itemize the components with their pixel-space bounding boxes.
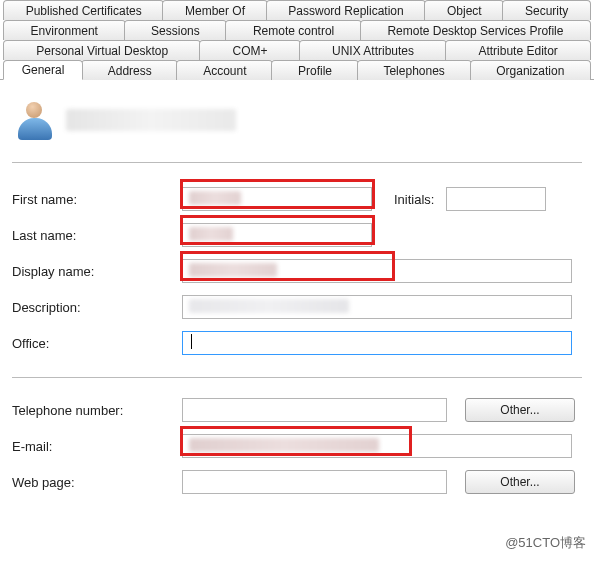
input-display-name[interactable] <box>182 259 572 283</box>
label-initials: Initials: <box>394 192 434 207</box>
tab-container: Published Certificates Member Of Passwor… <box>0 0 594 80</box>
row-webpage: Web page: Other... <box>12 464 582 500</box>
tab-password-replication[interactable]: Password Replication <box>266 0 427 20</box>
label-last-name: Last name: <box>12 228 182 243</box>
tab-telephones[interactable]: Telephones <box>357 60 472 80</box>
value-last-name-blurred <box>189 227 233 241</box>
tab-member-of[interactable]: Member Of <box>162 0 267 20</box>
label-office: Office: <box>12 336 182 351</box>
watermark: @51CTO博客 <box>505 534 586 552</box>
value-description-blurred <box>189 299 349 313</box>
label-webpage: Web page: <box>12 475 182 490</box>
tab-address[interactable]: Address <box>81 60 178 80</box>
row-display-name: Display name: <box>12 253 582 289</box>
row-email: E-mail: <box>12 428 582 464</box>
general-panel: First name: Initials: Last name: Display… <box>0 79 594 508</box>
input-email[interactable] <box>182 434 572 458</box>
tab-attribute-editor[interactable]: Attribute Editor <box>445 40 591 60</box>
tab-row-2: Environment Sessions Remote control Remo… <box>0 20 594 40</box>
row-office: Office: <box>12 325 582 361</box>
tab-pvd[interactable]: Personal Virtual Desktop <box>3 40 201 60</box>
label-email: E-mail: <box>12 439 182 454</box>
row-first-name: First name: Initials: <box>12 181 582 217</box>
tab-security[interactable]: Security <box>502 0 591 20</box>
tab-row-4: General Address Account Profile Telephon… <box>0 60 594 80</box>
button-other-webpage[interactable]: Other... <box>465 470 575 494</box>
tab-general[interactable]: General <box>3 60 83 80</box>
tab-unix[interactable]: UNIX Attributes <box>299 40 447 60</box>
user-display-name-blurred <box>66 109 236 131</box>
input-first-name[interactable] <box>182 187 372 211</box>
tab-published-certificates[interactable]: Published Certificates <box>3 0 164 20</box>
tab-rds-profile[interactable]: Remote Desktop Services Profile <box>360 20 591 40</box>
tab-complus[interactable]: COM+ <box>199 40 300 60</box>
label-description: Description: <box>12 300 182 315</box>
button-other-telephone[interactable]: Other... <box>465 398 575 422</box>
input-last-name[interactable] <box>182 223 372 247</box>
value-first-name-blurred <box>189 191 241 205</box>
value-display-name-blurred <box>189 263 277 277</box>
divider-1 <box>12 162 582 163</box>
tab-environment[interactable]: Environment <box>3 20 126 40</box>
user-header <box>12 94 582 158</box>
input-description[interactable] <box>182 295 572 319</box>
input-initials[interactable] <box>446 187 546 211</box>
divider-2 <box>12 377 582 378</box>
input-telephone[interactable] <box>182 398 447 422</box>
label-display-name: Display name: <box>12 264 182 279</box>
row-last-name: Last name: <box>12 217 582 253</box>
input-office[interactable] <box>182 331 572 355</box>
label-telephone: Telephone number: <box>12 403 182 418</box>
input-webpage[interactable] <box>182 470 447 494</box>
tab-remote-control[interactable]: Remote control <box>225 20 362 40</box>
label-first-name: First name: <box>12 192 182 207</box>
tab-profile[interactable]: Profile <box>271 60 358 80</box>
user-icon <box>18 100 52 140</box>
tab-row-3: Personal Virtual Desktop COM+ UNIX Attri… <box>0 40 594 60</box>
row-telephone: Telephone number: Other... <box>12 392 582 428</box>
text-caret <box>191 334 192 349</box>
tab-sessions[interactable]: Sessions <box>124 20 228 40</box>
row-description: Description: <box>12 289 582 325</box>
tab-account[interactable]: Account <box>176 60 273 80</box>
tab-row-1: Published Certificates Member Of Passwor… <box>0 0 594 20</box>
tab-object[interactable]: Object <box>424 0 504 20</box>
value-email-blurred <box>189 438 379 452</box>
tab-organization[interactable]: Organization <box>470 60 591 80</box>
